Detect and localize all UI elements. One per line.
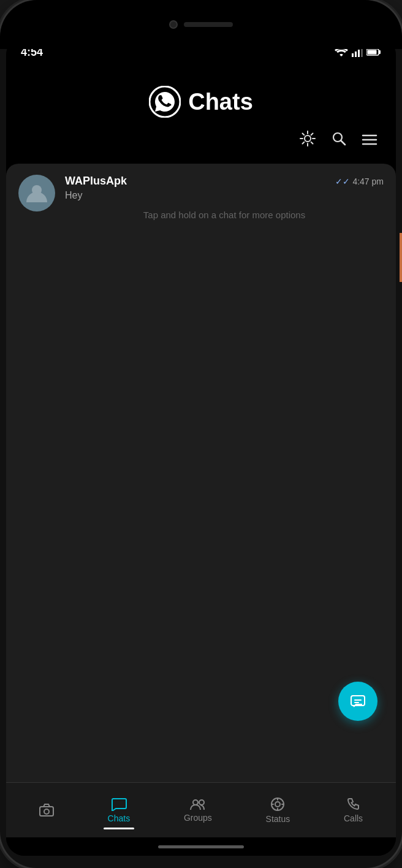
side-button	[400, 233, 402, 282]
notch-area	[0, 0, 402, 49]
nav-item-camera[interactable]	[29, 799, 64, 822]
svg-line-15	[311, 134, 313, 135]
chat-top-row: WAPlusApk ✓✓ 4:47 pm	[65, 175, 384, 188]
avatar-person-icon	[24, 180, 50, 206]
status-nav-label: Status	[266, 814, 290, 824]
camera-notch	[169, 20, 178, 29]
phone-frame: 4:54	[0, 0, 402, 868]
header-area: Chats	[6, 67, 396, 164]
svg-point-27	[44, 809, 49, 814]
svg-line-14	[311, 142, 313, 144]
chat-time-wrap: ✓✓ 4:47 pm	[335, 177, 384, 186]
battery-icon	[366, 48, 381, 56]
calls-nav-icon	[347, 798, 360, 811]
nav-item-status[interactable]: Status	[256, 792, 300, 829]
svg-line-13	[303, 134, 305, 135]
svg-point-28	[193, 800, 198, 805]
bottom-nav: Chats Groups Status	[6, 782, 396, 837]
hint-text: Tap and hold on a chat for more options	[65, 210, 384, 220]
nav-active-bar	[104, 828, 134, 829]
chat-list-area: WAPlusApk ✓✓ 4:47 pm Hey Tap and hold on…	[6, 164, 396, 782]
svg-point-29	[199, 800, 204, 805]
status-nav-icon	[270, 797, 285, 812]
chat-message: Hey	[65, 190, 384, 201]
search-icon[interactable]	[331, 131, 347, 151]
svg-rect-1	[355, 51, 357, 57]
speaker-notch	[184, 22, 233, 27]
chat-time: 4:47 pm	[352, 177, 384, 186]
toolbar-row	[18, 130, 384, 151]
svg-point-31	[275, 802, 280, 807]
new-chat-icon	[349, 692, 367, 710]
app-title-row: Chats	[149, 86, 253, 118]
svg-rect-5	[379, 50, 381, 54]
camera-nav-icon	[39, 804, 54, 817]
chats-nav-icon	[111, 798, 127, 811]
groups-nav-label: Groups	[184, 813, 212, 823]
groups-nav-icon	[189, 798, 207, 810]
home-bar	[158, 845, 244, 848]
menu-icon[interactable]	[362, 131, 377, 150]
nav-item-chats[interactable]: Chats	[98, 793, 140, 828]
brightness-icon[interactable]	[299, 130, 316, 151]
app-title: Chats	[188, 89, 253, 115]
new-chat-fab[interactable]	[338, 682, 377, 721]
chat-ticks: ✓✓	[335, 177, 350, 186]
chats-nav-label: Chats	[108, 813, 131, 823]
svg-rect-2	[358, 50, 360, 57]
chat-info: WAPlusApk ✓✓ 4:47 pm Hey Tap and hold on…	[65, 175, 384, 220]
svg-rect-6	[368, 50, 377, 55]
whatsapp-logo-icon	[149, 86, 181, 118]
svg-rect-0	[352, 53, 354, 57]
svg-point-8	[305, 135, 311, 142]
screen: 4:54	[6, 37, 396, 856]
home-indicator	[6, 837, 396, 856]
nav-item-calls[interactable]: Calls	[334, 793, 373, 828]
chat-name: WAPlusApk	[65, 175, 127, 188]
calls-nav-label: Calls	[344, 813, 363, 823]
svg-line-16	[303, 142, 305, 144]
avatar	[18, 175, 55, 211]
nav-item-groups[interactable]: Groups	[174, 793, 222, 828]
chat-item[interactable]: WAPlusApk ✓✓ 4:47 pm Hey Tap and hold on…	[6, 164, 396, 231]
svg-line-18	[341, 141, 346, 145]
